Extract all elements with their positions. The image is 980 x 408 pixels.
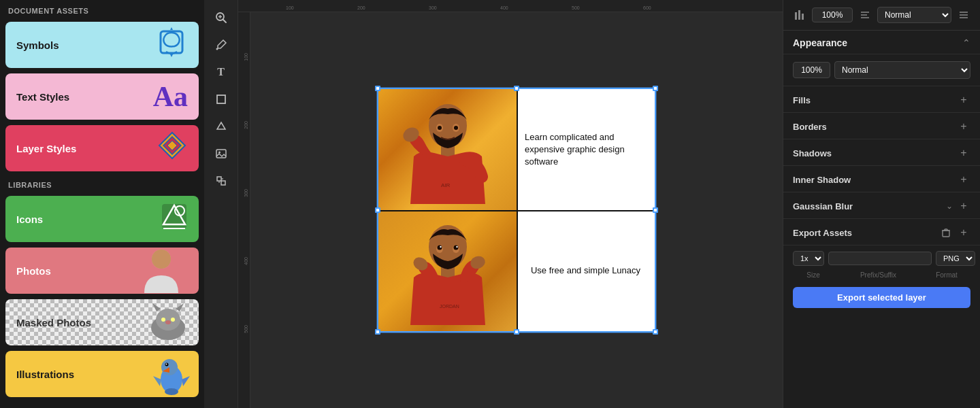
text-styles-card[interactable]: Text Styles Aa: [5, 73, 199, 120]
svg-rect-58: [802, 14, 804, 20]
ruler-h-500: 500: [572, 5, 580, 10]
symbols-card[interactable]: Symbols: [5, 22, 199, 68]
export-rows: 1x 2x 3x PNG JPG SVG PDF: [783, 245, 980, 271]
canvas-viewport[interactable]: AIR Learn complicated and expensive grap…: [250, 12, 783, 408]
export-assets-header[interactable]: Export Assets +: [783, 219, 980, 245]
shadows-add-button[interactable]: +: [957, 146, 970, 160]
inner-shadow-actions: +: [957, 173, 970, 186]
symbols-icon: [155, 26, 188, 65]
fills-add-button[interactable]: +: [957, 93, 970, 107]
borders-label: Borders: [793, 122, 827, 132]
ruler-v-300: 300: [244, 189, 248, 197]
layer-styles-icon: [157, 130, 188, 167]
gaussian-blur-label: Gaussian Blur: [793, 201, 853, 211]
ruler-v-400: 400: [244, 257, 248, 265]
text-tool[interactable]: T: [209, 60, 233, 84]
shadows-actions: +: [957, 146, 970, 160]
meme-frame[interactable]: AIR Learn complicated and expensive grap…: [377, 88, 656, 333]
inner-shadow-add-button[interactable]: +: [957, 173, 970, 186]
photos-label: Photos: [16, 265, 188, 277]
icons-card[interactable]: Icons: [5, 196, 199, 242]
export-prefix-input[interactable]: [828, 252, 932, 265]
fills-header[interactable]: Fills +: [783, 86, 980, 113]
left-panel: Document Assets Symbols Text Styles Aa L…: [0, 0, 204, 408]
text-styles-label: Text Styles: [16, 91, 153, 103]
export-footer-labels: Size Prefix/Suffix Format: [783, 271, 980, 282]
meme-cell-bottom-left: JORDAN: [378, 210, 517, 331]
handle-mid-right[interactable]: [653, 207, 658, 213]
zoom-in-tool[interactable]: [209, 5, 233, 30]
vector-tool[interactable]: [209, 114, 233, 139]
svg-rect-56: [795, 12, 797, 20]
symbols-label: Symbols: [16, 39, 155, 51]
right-icon-menu[interactable]: [954, 5, 973, 24]
svg-point-42: [438, 126, 442, 130]
borders-section: Borders +: [783, 113, 980, 139]
handle-bottom-left[interactable]: [375, 329, 380, 335]
export-button-row: Export selected layer: [783, 282, 980, 313]
meme-top-right-text: Learn complicated and expensive graphic …: [525, 131, 647, 169]
eyedropper-tool[interactable]: [209, 33, 233, 57]
gaussian-blur-actions: ⌄ +: [946, 199, 970, 213]
photos-card[interactable]: Photos: [5, 248, 199, 294]
gaussian-blur-chevron-icon[interactable]: ⌄: [946, 201, 953, 211]
export-row-0: 1x 2x 3x PNG JPG SVG PDF: [793, 251, 970, 266]
gaussian-blur-add-button[interactable]: +: [957, 199, 970, 213]
borders-add-button[interactable]: +: [957, 120, 970, 133]
ruler-v-200: 200: [244, 121, 248, 129]
fills-label: Fills: [793, 95, 811, 105]
meme-divider-vertical-top: [517, 89, 518, 210]
export-format-select[interactable]: PNG JPG SVG PDF: [936, 251, 975, 266]
handle-top-left[interactable]: [375, 86, 380, 91]
export-add-button[interactable]: +: [957, 226, 970, 239]
shadows-header[interactable]: Shadows +: [783, 139, 980, 166]
right-icon-align[interactable]: [855, 5, 875, 24]
export-selected-button[interactable]: Export selected layer: [793, 287, 970, 308]
layer-styles-card[interactable]: Layer Styles: [5, 125, 199, 171]
export-assets-actions: +: [939, 226, 970, 239]
svg-point-51: [437, 245, 442, 250]
export-delete-button[interactable]: [939, 226, 953, 239]
svg-point-32: [218, 152, 220, 154]
blend-mode-select[interactable]: Normal Multiply Screen Overlay: [877, 7, 951, 23]
appearance-chevron-icon[interactable]: ⌃: [962, 37, 970, 48]
ruler-v-500: 500: [244, 325, 248, 333]
export-size-select[interactable]: 1x 2x 3x: [793, 251, 824, 266]
shadows-section: Shadows +: [783, 139, 980, 166]
opacity-value-input[interactable]: [793, 62, 830, 78]
rectangle-tool[interactable]: [209, 87, 233, 112]
handle-mid-left[interactable]: [375, 207, 380, 213]
icons-card-icon: [161, 203, 188, 236]
borders-header[interactable]: Borders +: [783, 113, 980, 139]
illustrations-card[interactable]: Illustrations: [5, 351, 199, 397]
svg-point-53: [440, 246, 441, 248]
libraries-title: Libraries: [0, 174, 204, 193]
inner-shadow-section: Inner Shadow +: [783, 166, 980, 192]
masked-photos-label: Masked Photos: [16, 317, 188, 328]
svg-point-52: [453, 245, 458, 250]
opacity-input[interactable]: [812, 7, 853, 22]
meme-divider-vertical-bottom: [517, 210, 518, 331]
export-format-label: Format: [923, 271, 970, 279]
svg-rect-30: [217, 95, 225, 103]
ruler-h-300: 300: [429, 5, 437, 10]
blend-mode-dropdown[interactable]: Normal Multiply Screen: [834, 61, 970, 79]
handle-bottom-mid[interactable]: [514, 329, 519, 335]
gaussian-blur-header[interactable]: Gaussian Blur ⌄ +: [783, 192, 980, 219]
fills-actions: +: [957, 93, 970, 107]
drake-no-figure: AIR: [380, 89, 516, 210]
svg-point-21: [166, 363, 167, 364]
resize-tool[interactable]: [209, 169, 233, 193]
handle-bottom-right[interactable]: [653, 329, 658, 335]
drake-yes-figure: JORDAN: [380, 210, 516, 331]
ruler-h-200: 200: [357, 5, 365, 10]
inner-shadow-header[interactable]: Inner Shadow +: [783, 166, 980, 192]
handle-top-right[interactable]: [653, 86, 658, 91]
image-tool[interactable]: [209, 141, 233, 166]
icons-label: Icons: [16, 214, 161, 225]
export-size-label: Size: [793, 271, 834, 279]
appearance-section-header[interactable]: Appearance ⌃: [783, 31, 980, 54]
masked-photos-card[interactable]: Masked Photos: [5, 299, 199, 345]
right-icon-chart[interactable]: [790, 5, 809, 24]
handle-top-mid[interactable]: [514, 86, 519, 91]
